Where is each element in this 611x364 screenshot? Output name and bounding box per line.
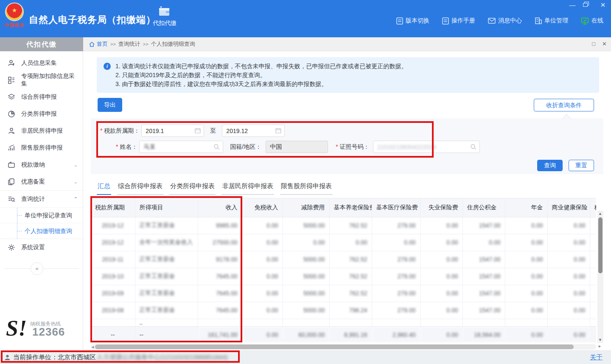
scroll-right-arrow[interactable]: ► (598, 344, 602, 348)
about-link[interactable]: 关于 (590, 353, 603, 361)
sidebar-item-nonresident-income[interactable]: 非居民所得申报 (0, 122, 83, 139)
sidebar-item-label: 人员信息采集 (21, 59, 57, 67)
table-cell: 0.00 (547, 217, 590, 234)
table-cell: 0.00 (462, 234, 505, 251)
table-cell: 2019-10 (91, 268, 135, 285)
table-cell: -- (135, 326, 198, 342)
table-header-row: 税款所属期 所得项目 收入 免税收入 减除费用 基本养老保险费 基本医疗保险费 … (91, 198, 596, 217)
breadcrumb-home[interactable]: 首页 (89, 40, 108, 48)
menu-message-center[interactable]: 消息中心 (488, 17, 522, 25)
table-cell: 279.00 (372, 268, 420, 285)
query-button[interactable]: 查询 (537, 160, 563, 171)
breadcrumb-level1[interactable]: 查询统计 (118, 40, 140, 48)
scroll-down-arrow[interactable]: ▼ (598, 338, 602, 342)
restore-icon (583, 2, 589, 7)
online-monitor-icon (581, 17, 589, 25)
envelope-icon (488, 18, 496, 24)
table-cell: 0.00 (547, 326, 590, 342)
name-input-wrap (139, 141, 223, 153)
search-icon[interactable] (213, 144, 220, 150)
manual-icon (442, 17, 449, 25)
menu-unit-management[interactable]: 单位管理 (535, 17, 568, 25)
sidebar-item-system-settings[interactable]: 系统设置 (0, 239, 83, 256)
hotline-number: 12366 (32, 325, 65, 339)
table-cell: 18,564.00 (462, 326, 505, 342)
pane-maximize-button[interactable]: □ (592, 41, 595, 47)
scroll-up-arrow[interactable]: ▲ (598, 211, 602, 216)
table-cell: 0.00 (242, 326, 283, 342)
collapse-query-button[interactable]: 收折查询条件 (534, 99, 594, 111)
sidebar-item-tax-payment[interactable]: 税款缴纳 ⌄ (0, 156, 83, 173)
main-content: i 1. 该查询统计表仅能查询已申报成功的数据，不包含未申报、申报失败，已申报但… (83, 51, 611, 350)
name-input[interactable] (140, 141, 223, 153)
calendar-icon[interactable] (195, 128, 201, 133)
table-cell: 0.00 (372, 234, 420, 251)
table-cell: 0.00 (283, 234, 329, 251)
user-icon (4, 354, 11, 361)
tab-summary[interactable]: 汇总 (97, 180, 111, 195)
sidebar-item-preference-record[interactable]: 优惠备案 ⌄ (0, 173, 83, 190)
sidebar-item-personnel-info[interactable]: 人员信息采集 (0, 55, 83, 72)
col-header-period: 税款所属期 (91, 198, 135, 217)
table-cell: 1547.00 (462, 217, 505, 234)
minimize-button[interactable]: — (568, 2, 577, 9)
col-header-tax-partial: 税 (590, 198, 596, 217)
table-cell: 2019-12 (91, 217, 135, 234)
table-cell: 2019-09 (91, 285, 135, 302)
menu-label: 操作手册 (451, 17, 475, 25)
table-cell: 0.00 (420, 285, 462, 302)
table-cell: 7645.00 (198, 285, 242, 302)
table-cell (547, 319, 590, 326)
restore-button[interactable] (583, 2, 592, 9)
sidebar-item-query-statistics[interactable]: 查询统计 ⌃ (0, 190, 83, 207)
sidebar-collapse-button[interactable]: « (31, 262, 43, 275)
vertical-scrollbar[interactable]: ▲ ▼ (597, 211, 603, 343)
notice-line: 2. 只能查询2019年及之后的数据，不能进行跨年度查询。 (115, 71, 593, 80)
sidebar-item-classified-income[interactable]: 分类所得申报 (0, 106, 83, 122)
calendar-icon[interactable] (275, 128, 281, 133)
sidebar-item-comprehensive-income[interactable]: 综合所得申报 (0, 89, 83, 106)
layers-icon (8, 93, 16, 101)
tab-nonresident[interactable]: 非居民所得申报表 (221, 180, 274, 195)
table-row: 2019-08正常工资薪金7645.000.005000.00798.24279… (91, 302, 596, 319)
sidebar-item-special-deduction[interactable]: 专项附加扣除信息采集 (0, 72, 83, 89)
horizontal-scrollbar-thumb[interactable] (95, 345, 574, 349)
national-emblem-icon (5, 3, 24, 21)
tax-bureau-logo: 中国税务 (3, 3, 25, 28)
table-cell: 1547.00 (462, 285, 505, 302)
submenu-item-unit-declaration-query[interactable]: 单位申报记录查询 (0, 207, 83, 223)
sidebar-item-restricted-stock[interactable]: 限售股所得申报 (0, 139, 83, 156)
table-cell: 0.00 (505, 268, 547, 285)
online-status[interactable]: 在线 (581, 17, 603, 25)
export-button[interactable]: 导出 (98, 98, 122, 112)
menu-label: 消息中心 (498, 17, 522, 25)
panel-caret (562, 114, 571, 122)
tab-comprehensive[interactable]: 综合所得申报表 (117, 180, 163, 195)
scroll-left-arrow[interactable]: ◄ (91, 345, 95, 349)
horizontal-scrollbar[interactable]: ◄ (91, 344, 596, 350)
home-icon (89, 42, 95, 47)
table-cell: .. (135, 319, 198, 326)
table-cell: 0.00 (547, 251, 590, 268)
menu-version-switch[interactable]: 版本切换 (396, 17, 429, 25)
tab-restricted-stock[interactable]: 限售股所得申报表 (280, 180, 333, 195)
table-cell: 0.00 (242, 285, 283, 302)
table-cell: 798.24 (329, 302, 372, 319)
reset-button[interactable]: 重置 (569, 160, 594, 171)
nationality-label: 国籍/地区： (230, 143, 261, 151)
id-input[interactable] (373, 141, 479, 153)
menu-manual[interactable]: 操作手册 (442, 17, 475, 25)
table-cell: 0.00 (242, 234, 283, 251)
table-row: .. (91, 319, 596, 326)
sidebar-item-label: 优惠备案 (21, 178, 45, 186)
copy-icon (8, 178, 16, 186)
submenu-item-personal-withholding-query[interactable]: 个人扣缴明细查询 (0, 223, 83, 239)
vertical-scrollbar-thumb[interactable] (598, 217, 603, 273)
nav-tab-withholding[interactable]: 代扣代缴 (149, 6, 180, 27)
chevron-down-icon: ⌄ (74, 179, 78, 185)
tab-classified[interactable]: 分类所得申报表 (169, 180, 216, 195)
pane-close-button[interactable]: ✕ (602, 41, 607, 47)
search-icon[interactable] (470, 144, 476, 150)
close-button[interactable]: ✕ (598, 2, 608, 9)
window-controls: — ✕ (568, 2, 608, 9)
